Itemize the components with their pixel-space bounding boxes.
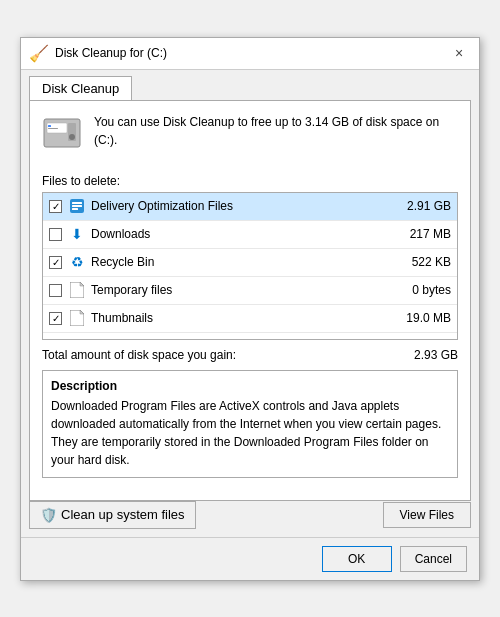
disk-icon bbox=[42, 113, 82, 162]
file-size-3: 0 bytes bbox=[391, 283, 451, 297]
description-title: Description bbox=[51, 379, 449, 393]
close-button[interactable]: × bbox=[447, 41, 471, 65]
file-icon-3 bbox=[68, 281, 86, 299]
svg-rect-4 bbox=[48, 125, 51, 127]
checkbox-0[interactable] bbox=[49, 200, 62, 213]
window-title: Disk Cleanup for (C:) bbox=[55, 46, 167, 60]
file-item-0[interactable]: Delivery Optimization Files 2.91 GB bbox=[43, 193, 457, 221]
file-name-0: Delivery Optimization Files bbox=[91, 199, 391, 213]
tab-disk-cleanup[interactable]: Disk Cleanup bbox=[29, 76, 132, 100]
file-item-1[interactable]: ⬇ Downloads 217 MB bbox=[43, 221, 457, 249]
files-label: Files to delete: bbox=[42, 174, 458, 188]
shield-icon: 🛡️ bbox=[40, 507, 57, 523]
svg-rect-5 bbox=[48, 128, 58, 129]
total-value: 2.93 GB bbox=[414, 348, 458, 362]
file-size-1: 217 MB bbox=[391, 227, 451, 241]
ok-button[interactable]: OK bbox=[322, 546, 392, 572]
file-name-3: Temporary files bbox=[91, 283, 391, 297]
title-bar-left: 🧹 Disk Cleanup for (C:) bbox=[29, 44, 167, 63]
disk-cleanup-window: 🧹 Disk Cleanup for (C:) × Disk Cleanup bbox=[20, 37, 480, 581]
file-item-4[interactable]: Thumbnails 19.0 MB bbox=[43, 305, 457, 333]
checkbox-3[interactable] bbox=[49, 284, 62, 297]
svg-marker-13 bbox=[80, 310, 84, 314]
footer: OK Cancel bbox=[21, 537, 479, 580]
clean-system-button[interactable]: 🛡️ Clean up system files bbox=[29, 501, 196, 529]
file-icon-2: ♻ bbox=[68, 253, 86, 271]
checkbox-2[interactable] bbox=[49, 256, 62, 269]
file-item-3[interactable]: Temporary files 0 bytes bbox=[43, 277, 457, 305]
title-bar: 🧹 Disk Cleanup for (C:) × bbox=[21, 38, 479, 70]
file-icon-1: ⬇ bbox=[68, 225, 86, 243]
tab-bar: Disk Cleanup bbox=[21, 70, 479, 100]
svg-point-3 bbox=[69, 134, 75, 140]
svg-marker-11 bbox=[80, 282, 84, 286]
file-icon-4 bbox=[68, 309, 86, 327]
file-size-4: 19.0 MB bbox=[391, 311, 451, 325]
total-label: Total amount of disk space you gain: bbox=[42, 348, 236, 362]
description-box: Description Downloaded Program Files are… bbox=[42, 370, 458, 478]
svg-rect-7 bbox=[72, 202, 82, 204]
file-list[interactable]: Delivery Optimization Files 2.91 GB ⬇ Do… bbox=[43, 193, 457, 339]
window-icon: 🧹 bbox=[29, 44, 49, 63]
svg-rect-9 bbox=[72, 208, 78, 210]
file-size-2: 522 KB bbox=[391, 255, 451, 269]
file-name-2: Recycle Bin bbox=[91, 255, 391, 269]
svg-rect-8 bbox=[72, 205, 82, 207]
file-list-container: Delivery Optimization Files 2.91 GB ⬇ Do… bbox=[42, 192, 458, 340]
header-section: You can use Disk Cleanup to free up to 3… bbox=[42, 113, 458, 162]
description-text: Downloaded Program Files are ActiveX con… bbox=[51, 397, 449, 469]
file-icon-0 bbox=[68, 197, 86, 215]
action-buttons-row: 🛡️ Clean up system files View Files bbox=[21, 501, 479, 537]
file-item-2[interactable]: ♻ Recycle Bin 522 KB bbox=[43, 249, 457, 277]
main-content: You can use Disk Cleanup to free up to 3… bbox=[29, 100, 471, 501]
file-name-1: Downloads bbox=[91, 227, 391, 241]
view-files-button[interactable]: View Files bbox=[383, 502, 471, 528]
file-name-4: Thumbnails bbox=[91, 311, 391, 325]
file-size-0: 2.91 GB bbox=[391, 199, 451, 213]
total-section: Total amount of disk space you gain: 2.9… bbox=[42, 348, 458, 362]
checkbox-1[interactable] bbox=[49, 228, 62, 241]
cancel-button[interactable]: Cancel bbox=[400, 546, 467, 572]
header-description: You can use Disk Cleanup to free up to 3… bbox=[94, 113, 458, 149]
checkbox-4[interactable] bbox=[49, 312, 62, 325]
